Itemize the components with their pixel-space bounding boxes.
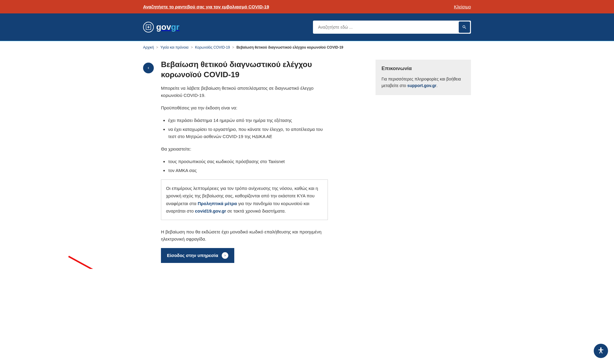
chevron-right-icon xyxy=(222,252,228,259)
annotation-arrow xyxy=(66,253,143,269)
info-link-measures[interactable]: Προληπτικά μέτρα xyxy=(198,201,237,206)
need-list: τους προσωπικούς σας κωδικούς πρόσβασης … xyxy=(168,158,328,174)
contact-title: Επικοινωνία xyxy=(382,66,465,72)
search-icon xyxy=(462,25,467,30)
site-header: govgr xyxy=(0,13,614,41)
breadcrumb-link-covid[interactable]: Κορωνοϊός COVID-19 xyxy=(195,45,230,49)
sidebar: Επικοινωνία Για περισσότερες πληροφορίες… xyxy=(376,60,471,263)
info-link-covid19[interactable]: covid19.gov.gr xyxy=(195,208,226,213)
breadcrumb-separator: > xyxy=(232,45,234,49)
breadcrumb-current: Βεβαίωση θετικού διαγνωστικού ελέγχου κο… xyxy=(236,45,343,49)
logo-text: govgr xyxy=(156,22,179,32)
search-input[interactable] xyxy=(314,22,459,32)
svg-line-2 xyxy=(69,256,134,269)
emblem-icon xyxy=(143,22,154,32)
list-item: τους προσωπικούς σας κωδικούς πρόσβασης … xyxy=(168,158,328,165)
contact-link[interactable]: support.gov.gr xyxy=(407,83,436,88)
note-paragraph: Η βεβαίωση που θα εκδώσετε έχει μοναδικό… xyxy=(161,228,328,243)
chevron-left-icon xyxy=(146,66,151,70)
info-text: σε τακτά χρονικά διαστήματα. xyxy=(227,208,286,213)
breadcrumb-link-health[interactable]: Υγεία και πρόνοια xyxy=(160,45,189,49)
alert-close-link[interactable]: Κλείσιμο xyxy=(454,4,471,9)
contact-box: Επικοινωνία Για περισσότερες πληροφορίες… xyxy=(376,60,471,95)
alert-message-link[interactable]: Αναζητήστε το ραντεβού σας για τον εμβολ… xyxy=(143,4,269,9)
back-button[interactable] xyxy=(143,63,154,73)
search-button[interactable] xyxy=(459,21,470,33)
breadcrumb-link-home[interactable]: Αρχική xyxy=(143,45,154,49)
info-box: Οι επιμέρους λεπτομέρειες για τον τρόπο … xyxy=(161,179,328,220)
list-item: τον ΑΜΚΑ σας xyxy=(168,167,328,174)
breadcrumb: Αρχική > Υγεία και πρόνοια > Κορωνοϊός C… xyxy=(137,41,477,54)
page-title: Βεβαίωση θετικού διαγνωστικού ελέγχου κο… xyxy=(161,60,328,80)
intro-paragraph: Μπορείτε να λάβετε βεβαίωση θετικού αποτ… xyxy=(161,85,328,99)
contact-text: Για περισσότερες πληροφορίες και βοήθεια… xyxy=(382,76,465,89)
need-heading: Θα χρειαστείτε: xyxy=(161,145,328,153)
breadcrumb-separator: > xyxy=(156,45,158,49)
search-container xyxy=(313,21,471,34)
cta-label: Είσοδος στην υπηρεσία xyxy=(167,253,218,258)
enter-service-button[interactable]: Είσοδος στην υπηρεσία xyxy=(161,248,234,263)
list-item: έχει περάσει διάστημα 14 ημερών από την … xyxy=(168,117,328,124)
main-content: Βεβαίωση θετικού διαγνωστικού ελέγχου κο… xyxy=(137,54,477,269)
list-item: να έχει καταχωρίσει το εργαστήριο, που κ… xyxy=(168,126,328,140)
alert-banner: Αναζητήστε το ραντεβού σας για τον εμβολ… xyxy=(0,0,614,13)
breadcrumb-separator: > xyxy=(191,45,193,49)
article: Βεβαίωση θετικού διαγνωστικού ελέγχου κο… xyxy=(161,60,328,263)
prereq-list: έχει περάσει διάστημα 14 ημερών από την … xyxy=(168,117,328,140)
prereq-heading: Προϋποθέσεις για την έκδοση είναι να: xyxy=(161,104,328,111)
site-logo[interactable]: govgr xyxy=(143,22,179,32)
